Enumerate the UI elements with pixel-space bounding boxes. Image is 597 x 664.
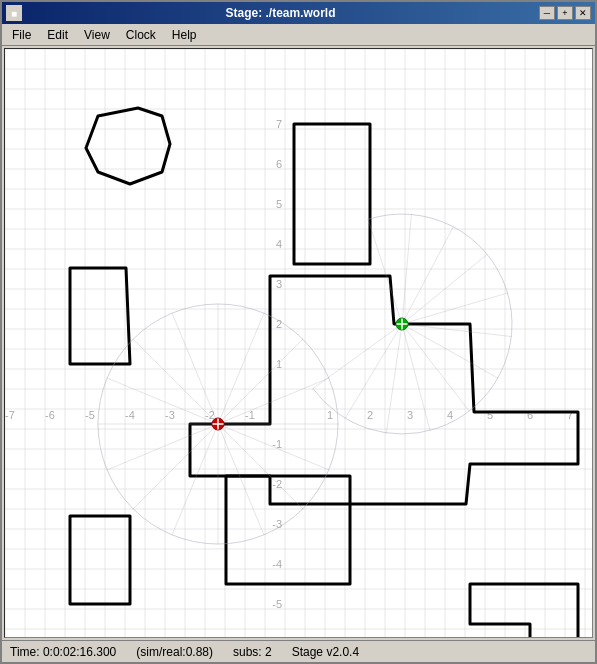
menu-file[interactable]: File <box>4 26 39 44</box>
menu-view[interactable]: View <box>76 26 118 44</box>
world-canvas-container[interactable] <box>4 48 593 638</box>
window-controls: ─ + ✕ <box>539 6 591 20</box>
menu-edit[interactable]: Edit <box>39 26 76 44</box>
status-bar: Time: 0:0:02:16.300 (sim/real:0.88) subs… <box>2 640 595 662</box>
close-button[interactable]: ✕ <box>575 6 591 20</box>
status-sim-real: (sim/real:0.88) <box>136 645 213 659</box>
main-window: ■ Stage: ./team.world ─ + ✕ File Edit Vi… <box>0 0 597 664</box>
status-version: Stage v2.0.4 <box>292 645 359 659</box>
stage-canvas[interactable] <box>5 49 592 637</box>
maximize-button[interactable]: + <box>557 6 573 20</box>
status-time: Time: 0:0:02:16.300 <box>10 645 116 659</box>
window-icon: ■ <box>6 5 22 21</box>
status-subs: subs: 2 <box>233 645 272 659</box>
title-bar: ■ Stage: ./team.world ─ + ✕ <box>2 2 595 24</box>
window-title: Stage: ./team.world <box>22 6 539 20</box>
minimize-button[interactable]: ─ <box>539 6 555 20</box>
menu-help[interactable]: Help <box>164 26 205 44</box>
menu-bar: File Edit View Clock Help <box>2 24 595 46</box>
menu-clock[interactable]: Clock <box>118 26 164 44</box>
